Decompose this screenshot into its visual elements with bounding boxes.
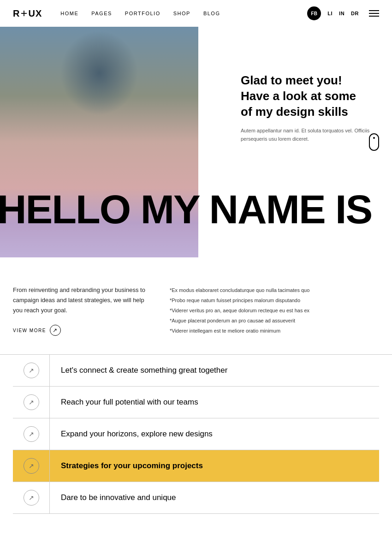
list-section: ↗ Let's connect & create something great… [0,354,392,532]
header: RUX HOME PAGES PORTFOLIO SHOP BLOG FB LI… [0,0,392,27]
hamburger-menu[interactable] [369,10,379,17]
list-item-4[interactable]: ↗ Strategies for your upcoming projects [13,450,379,482]
content-left-text: From reinventing and rebranding your bus… [13,285,151,316]
list-item-2-icon: ↗ [13,387,50,418]
social-li[interactable]: LI [327,11,333,16]
arrow-icon-1: ↗ [24,363,39,378]
content-section: From reinventing and rebranding your bus… [0,257,392,354]
hero-heading: Glad to meet you!Have a look at someof m… [241,73,379,119]
arrow-icon-4: ↗ [24,458,39,474]
navigation: HOME PAGES PORTFOLIO SHOP BLOG [60,11,307,16]
bullet-1: *Ex modus elaboraret concludaturque quo … [170,285,379,295]
nav-pages[interactable]: PAGES [91,11,112,16]
logo[interactable]: RUX [13,8,42,19]
list-item-1-icon: ↗ [13,355,50,386]
arrow-icon-2: ↗ [24,394,39,410]
nav-blog[interactable]: BLOG [203,11,220,16]
list-item-5-text: Dare to be innovative and unique [50,493,379,502]
bullet-5: *Viderer intellegam est te meliore orati… [170,326,379,336]
bullet-3: *Viderer veritus pro an, aeque dolorum r… [170,305,379,316]
list-item-3-text: Expand your horizons, explore new design… [50,429,379,439]
list-item-3[interactable]: ↗ Expand your horizons, explore new desi… [13,418,379,450]
nav-portfolio[interactable]: PORTFOLIO [125,11,160,16]
content-left: From reinventing and rebranding your bus… [13,285,151,336]
list-item-2[interactable]: ↗ Reach your full potential with our tea… [13,387,379,418]
list-item-1-text: Let's connect & create something great t… [50,366,379,375]
list-item-1[interactable]: ↗ Let's connect & create something great… [13,355,379,387]
social-fb[interactable]: FB [307,6,321,20]
hero-big-text: HELLO MY NAME IS [0,189,372,230]
view-more-arrow-icon: ↗ [50,325,61,336]
view-more-label: VIEW MORE [13,328,46,333]
hero-text-block: Glad to meet you!Have a look at someof m… [241,73,379,143]
nav-home[interactable]: HOME [60,11,78,16]
nav-shop[interactable]: SHOP [173,11,190,16]
bullet-4: *Augue placerat ponderum an pro causae a… [170,316,379,326]
list-item-2-text: Reach your full potential with our teams [50,398,379,407]
social-in[interactable]: IN [339,11,344,16]
view-more-link[interactable]: VIEW MORE ↗ [13,325,151,336]
scroll-dot [373,137,375,139]
header-right: FB LI IN DR [307,6,379,20]
list-item-3-icon: ↗ [13,418,50,450]
content-right: *Ex modus elaboraret concludaturque quo … [170,285,379,336]
scroll-icon [369,133,379,151]
scroll-indicator [369,133,379,151]
arrow-icon-5: ↗ [24,490,39,506]
hero-section: Glad to meet you!Have a look at someof m… [0,27,392,257]
social-dr[interactable]: DR [351,11,359,16]
list-item-4-icon: ↗ [13,450,50,482]
bullet-2: *Probo reque natum fuisset principes mal… [170,295,379,305]
list-item-5-icon: ↗ [13,482,50,513]
list-item-5[interactable]: ↗ Dare to be innovative and unique [13,482,379,514]
arrow-icon-3: ↗ [24,426,39,442]
icons-section [0,537,392,542]
hero-subtext: Autem appellantur nam id. Et soluta torq… [241,127,379,143]
list-item-4-text: Strategies for your upcoming projects [50,461,379,471]
